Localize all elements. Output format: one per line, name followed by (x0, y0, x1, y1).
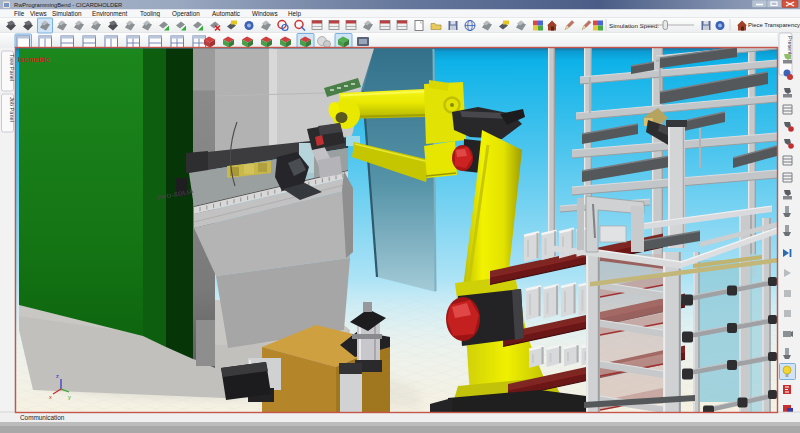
svg-text:Isometric: Isometric (18, 55, 50, 64)
svg-text:File: File (14, 10, 25, 17)
svg-text:Piece Transparency:: Piece Transparency: (748, 22, 800, 28)
svg-text:Automatic: Automatic (212, 10, 240, 17)
svg-text:Help: Help (288, 10, 301, 18)
svg-text:Operation: Operation (172, 10, 200, 18)
svg-text:Windows: Windows (252, 10, 278, 17)
svg-text:Environment: Environment (92, 10, 128, 17)
svg-text:Job Panel: Job Panel (9, 97, 15, 122)
svg-text:Communication: Communication (20, 414, 65, 421)
svg-text:Tree Panel: Tree Panel (9, 54, 15, 81)
svg-text:RwProgrammingBend - CICARDHOLD: RwProgrammingBend - CICARDHOLDER (14, 2, 122, 8)
svg-text:Simulation: Simulation (52, 10, 82, 17)
svg-text:x: x (49, 394, 52, 400)
svg-text:z: z (56, 373, 59, 379)
svg-text:Views: Views (30, 10, 47, 17)
svg-text:y: y (68, 394, 71, 400)
svg-text:Tooling: Tooling (140, 10, 160, 18)
